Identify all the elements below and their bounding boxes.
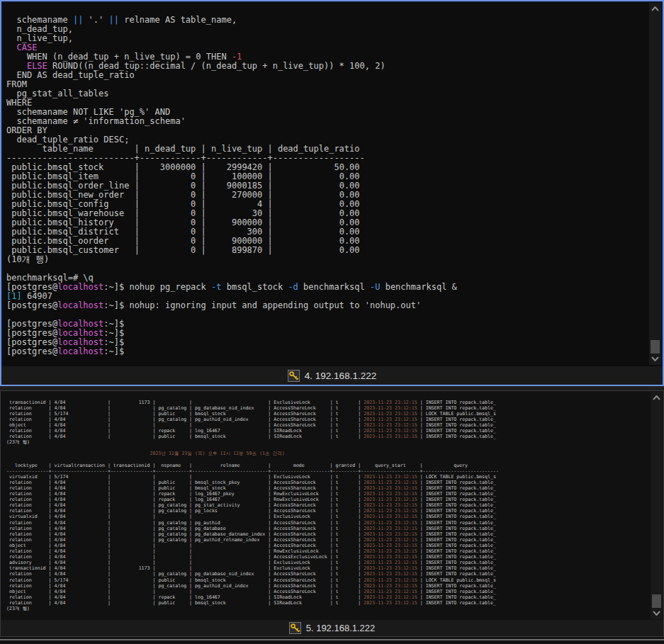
terminal-pane-session-4: schemaname || '.' || relname AS table_na…: [0, 0, 664, 386]
terminal-line: (10개 행): [6, 255, 648, 264]
terminal-line: relation | 4/84 | | pg_catalog | pg_lock…: [6, 508, 650, 514]
terminal-line: [postgres@localhost:~]$ nohup pg_repack …: [6, 283, 648, 292]
scroll-up-icon[interactable]: [649, 4, 661, 13]
terminal-line: relation | 4/84 | | | | RowExclusiveLock…: [6, 548, 650, 554]
terminal-line: n_live_tup,: [6, 34, 648, 43]
terminal-line: relation | 4/84 | | public | bmsql_stock…: [6, 434, 650, 439]
terminal-line: ---------------+--------------------+---…: [6, 468, 650, 474]
terminal-line: relation | 4/84 | | public | bmsql_stock…: [6, 600, 650, 606]
terminal-line: relation | 5/174 | | public | bmsql_stoc…: [6, 411, 650, 417]
terminal-line: locktype | virtualtransaction | transact…: [6, 463, 650, 468]
terminal-line: [6, 445, 650, 451]
terminal-line: pg_stat_all_tables: [6, 89, 648, 98]
key-icon: [288, 370, 300, 382]
session-label: 4. 192.168.1.222: [305, 371, 376, 381]
scroll-down-icon[interactable]: [651, 609, 663, 618]
terminal-pane-session-5: transactionid | 4/84 | 1173 | | | Exclus…: [0, 390, 664, 637]
terminal-line: [6, 264, 648, 273]
terminal-line: (23개 행): [6, 606, 650, 611]
scrollbar-thumb[interactable]: [652, 594, 661, 608]
terminal-line: transactionid | 4/84 | 1173 | | | Exclus…: [6, 400, 650, 405]
terminal-line: object | 4/84 | | | | AccessShareLock | …: [6, 422, 650, 428]
session-statusbar-4[interactable]: 4. 192.168.1.222: [1, 366, 663, 385]
terminal-line: relation | 4/84 | | public | bmsql_stock…: [6, 480, 650, 485]
terminal-screen-5[interactable]: transactionid | 4/84 | 1173 | | | Exclus…: [1, 397, 650, 615]
scroll-up-icon[interactable]: [651, 393, 663, 402]
session-label: 5. 192.168.1.222: [306, 623, 376, 633]
terminal-line: relation | 4/84 | | repack | log_16467 |…: [6, 497, 650, 502]
terminal-line: relation | 4/84 | | pg_catalog | pg_data…: [6, 571, 650, 577]
terminal-line: public.bmsql_customer | 0 | 899870 | 0.0…: [6, 246, 648, 255]
session-statusbar-5[interactable]: 5. 192.168.1.222: [1, 620, 663, 636]
terminal-line: schemaname || '.' || relname AS table_na…: [6, 16, 648, 25]
terminal-line: relation | 4/84 | | pg_catalog | pg_data…: [6, 526, 650, 531]
scrollbar-top-pane[interactable]: [649, 3, 661, 365]
terminal-line: n_dead_tup,: [6, 25, 648, 34]
window-bottom-strip: [0, 637, 664, 644]
terminal-line: relation | 4/84 | | pg_catalog | pg_auth…: [6, 417, 650, 422]
terminal-line: virtualxid | 5/174 | | | | ExclusiveLock…: [6, 474, 650, 480]
terminal-line: 2023년 11월 23일 (목) 오후 11시 12분 59초 (1초 간격): [6, 451, 650, 456]
terminal-line: relation | 4/84 | | repack | log_16467 |…: [6, 428, 650, 434]
scrollbar-bottom-pane[interactable]: [651, 392, 663, 619]
terminal-line: advisory | 4/84 | | | | ExclusiveLock | …: [6, 560, 650, 565]
scrollbar-thumb[interactable]: [651, 340, 660, 354]
terminal-client-window: schemaname || '.' || relname AS table_na…: [0, 0, 664, 644]
scroll-down-icon[interactable]: [649, 354, 661, 363]
terminal-line: virtualxid | 4/84 | | | | ExclusiveLock …: [6, 514, 650, 519]
terminal-line: relation | 4/84 | | | | AccessExclusiveL…: [6, 554, 650, 560]
terminal-line: relation | 4/84 | | repack | log_16467 |…: [6, 594, 650, 600]
terminal-line: relation | 4/84 | | pg_catalog | pg_stat…: [6, 502, 650, 508]
terminal-line: object | 4/84 | | | | AccessShareLock | …: [6, 543, 650, 548]
terminal-line: relation | 4/84 | | pg_catalog | pg_data…: [6, 531, 650, 537]
terminal-line: [postgres@localhost:~]$ nohup: ignoring …: [6, 301, 648, 310]
window-resize-edge[interactable]: [0, 639, 664, 640]
terminal-line: relation | 4/84 | | pg_catalog | pg_auth…: [6, 520, 650, 526]
terminal-line: transactionid | 4/84 | 1173 | | | Exclus…: [6, 565, 650, 571]
terminal-line: relation | 5/174 | | public | bmsql_stoc…: [6, 577, 650, 583]
terminal-line: relation | 4/84 | | pg_catalog | pg_auth…: [6, 583, 650, 589]
terminal-line: (23개 행): [6, 439, 650, 445]
terminal-line: relation | 4/84 | | pg_catalog | pg_auth…: [6, 537, 650, 543]
terminal-line: relation | 4/84 | | public | bmsql_stock…: [6, 485, 650, 491]
key-icon: [289, 622, 301, 634]
terminal-line: object | 4/84 | | | | AccessShareLock | …: [6, 589, 650, 594]
terminal-screen-4[interactable]: schemaname || '.' || relname AS table_na…: [3, 11, 648, 356]
terminal-line: [6, 611, 650, 614]
terminal-line: relation | 4/84 | | repack | log_16467_p…: [6, 491, 650, 497]
terminal-line: schemaname ≠ 'information_schema': [6, 117, 648, 126]
terminal-line: [6, 457, 650, 463]
terminal-line: relation | 4/84 | | pg_catalog | pg_data…: [6, 405, 650, 411]
terminal-line: END AS dead_tuple_ratio: [6, 71, 648, 80]
